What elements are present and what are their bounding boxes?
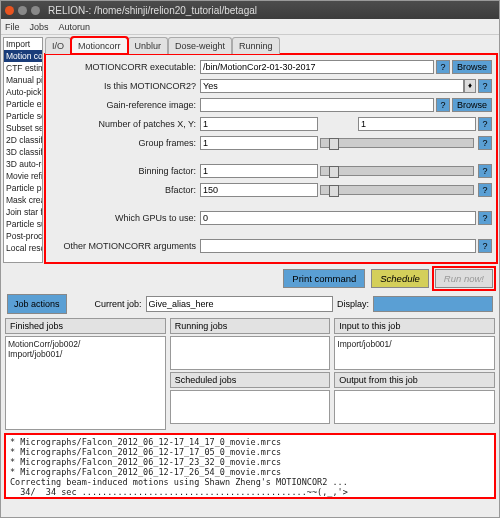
log-output: * Micrographs/Falcon_2012_06_12-17_14_17… bbox=[5, 434, 495, 498]
app-window: RELION-: /home/shinji/relion20_tutorial/… bbox=[0, 0, 500, 518]
help-icon[interactable]: ? bbox=[436, 98, 450, 112]
close-icon[interactable] bbox=[5, 6, 14, 15]
is-mc2-input[interactable] bbox=[200, 79, 464, 93]
menubar: File Jobs Autorun bbox=[1, 19, 499, 35]
alias-input[interactable] bbox=[146, 296, 333, 312]
help-icon[interactable]: ? bbox=[478, 183, 492, 197]
scheduled-jobs-label: Scheduled jobs bbox=[170, 372, 331, 388]
menu-autorun[interactable]: Autorun bbox=[59, 22, 91, 32]
main-panel: I/O Motioncorr Unblur Dose-weight Runnin… bbox=[45, 37, 497, 263]
bfac-label: Bfactor: bbox=[50, 185, 200, 195]
sidebar-item-subset-selection[interactable]: Subset selection bbox=[4, 122, 42, 134]
sidebar-item-particle-extraction[interactable]: Particle extraction bbox=[4, 98, 42, 110]
menu-file[interactable]: File bbox=[5, 22, 20, 32]
action-row: Print command Schedule Run now! bbox=[1, 265, 499, 292]
window-title: RELION-: /home/shinji/relion20_tutorial/… bbox=[48, 5, 257, 16]
bin-input[interactable] bbox=[200, 164, 318, 178]
running-jobs-list[interactable] bbox=[170, 336, 331, 370]
job-type-sidebar: Import Motion correction CTF estimation … bbox=[3, 37, 43, 263]
sidebar-item-import[interactable]: Import bbox=[4, 38, 42, 50]
browse-gain-button[interactable]: Browse bbox=[452, 98, 492, 112]
sidebar-item-movie-refine[interactable]: Movie refinement bbox=[4, 170, 42, 182]
chevron-updown-icon[interactable]: ♦ bbox=[464, 79, 476, 93]
finished-jobs-label: Finished jobs bbox=[5, 318, 166, 334]
group-label: Group frames: bbox=[50, 138, 200, 148]
maximize-icon[interactable] bbox=[31, 6, 40, 15]
group-slider[interactable] bbox=[320, 138, 474, 148]
tab-running[interactable]: Running bbox=[232, 37, 280, 54]
help-icon[interactable]: ? bbox=[478, 117, 492, 131]
bin-slider[interactable] bbox=[320, 166, 474, 176]
bfac-input[interactable] bbox=[200, 183, 318, 197]
sidebar-item-ctf[interactable]: CTF estimation bbox=[4, 62, 42, 74]
help-icon[interactable]: ? bbox=[478, 79, 492, 93]
gain-input[interactable] bbox=[200, 98, 434, 112]
patches-label: Number of patches X, Y: bbox=[50, 119, 200, 129]
run-now-button[interactable]: Run now! bbox=[435, 269, 493, 288]
menu-jobs[interactable]: Jobs bbox=[30, 22, 49, 32]
sidebar-item-local-res[interactable]: Local resolution bbox=[4, 242, 42, 254]
sidebar-item-3d-refine[interactable]: 3D auto-refine bbox=[4, 158, 42, 170]
help-icon[interactable]: ? bbox=[478, 211, 492, 225]
display-select[interactable] bbox=[373, 296, 493, 312]
sidebar-item-manual-picking[interactable]: Manual picking bbox=[4, 74, 42, 86]
other-input[interactable] bbox=[200, 239, 476, 253]
running-jobs-label: Running jobs bbox=[170, 318, 331, 334]
patches-x-input[interactable] bbox=[200, 117, 318, 131]
help-icon[interactable]: ? bbox=[478, 164, 492, 178]
scheduled-jobs-list[interactable] bbox=[170, 390, 331, 424]
content-area: Import Motion correction CTF estimation … bbox=[1, 35, 499, 265]
help-icon[interactable]: ? bbox=[478, 239, 492, 253]
gpu-label: Which GPUs to use: bbox=[50, 213, 200, 223]
output-jobs-label: Output from this job bbox=[334, 372, 495, 388]
sidebar-item-auto-picking[interactable]: Auto-picking bbox=[4, 86, 42, 98]
job-actions-button[interactable]: Job actions bbox=[7, 294, 67, 314]
form-motioncorr: MOTIONCORR executable: ? Browse Is this … bbox=[45, 54, 497, 263]
help-icon[interactable]: ? bbox=[436, 60, 450, 74]
schedule-button[interactable]: Schedule bbox=[371, 269, 429, 288]
group-input[interactable] bbox=[200, 136, 318, 150]
tab-unblur[interactable]: Unblur bbox=[128, 37, 169, 54]
job-panels: Finished jobs MotionCorr/job002/ Import/… bbox=[1, 316, 499, 432]
job-control-row: Job actions Current job: Display: bbox=[1, 292, 499, 316]
tab-bar: I/O Motioncorr Unblur Dose-weight Runnin… bbox=[45, 37, 497, 54]
input-jobs-label: Input to this job bbox=[334, 318, 495, 334]
display-label: Display: bbox=[337, 299, 369, 309]
browse-exe-button[interactable]: Browse bbox=[452, 60, 492, 74]
tab-motioncorr[interactable]: Motioncorr bbox=[71, 37, 128, 54]
sidebar-item-particle-polish[interactable]: Particle polishing bbox=[4, 182, 42, 194]
minimize-icon[interactable] bbox=[18, 6, 27, 15]
sidebar-item-motion-correction[interactable]: Motion correction bbox=[4, 50, 42, 62]
gain-label: Gain-reference image: bbox=[50, 100, 200, 110]
sidebar-item-join-star[interactable]: Join star files bbox=[4, 206, 42, 218]
input-jobs-list[interactable]: Import/job001/ bbox=[334, 336, 495, 370]
other-label: Other MOTIONCORR arguments bbox=[50, 241, 200, 251]
window-controls bbox=[5, 6, 40, 15]
titlebar: RELION-: /home/shinji/relion20_tutorial/… bbox=[1, 1, 499, 19]
help-icon[interactable]: ? bbox=[478, 136, 492, 150]
bin-label: Binning factor: bbox=[50, 166, 200, 176]
sidebar-item-postprocess[interactable]: Post-processing bbox=[4, 230, 42, 242]
tab-doseweight[interactable]: Dose-weight bbox=[168, 37, 232, 54]
sidebar-item-mask[interactable]: Mask creation bbox=[4, 194, 42, 206]
tab-io[interactable]: I/O bbox=[45, 37, 71, 54]
is-mc2-label: Is this MOTIONCOR2? bbox=[50, 81, 200, 91]
current-job-label: Current job: bbox=[95, 299, 142, 309]
output-jobs-list[interactable] bbox=[334, 390, 495, 424]
exe-input[interactable] bbox=[200, 60, 434, 74]
sidebar-item-particle-sorting[interactable]: Particle sorting bbox=[4, 110, 42, 122]
sidebar-item-particle-subtract[interactable]: Particle subtraction bbox=[4, 218, 42, 230]
exe-label: MOTIONCORR executable: bbox=[50, 62, 200, 72]
sidebar-item-2d-class[interactable]: 2D classification bbox=[4, 134, 42, 146]
finished-jobs-list[interactable]: MotionCorr/job002/ Import/job001/ bbox=[5, 336, 166, 430]
patches-y-input[interactable] bbox=[358, 117, 476, 131]
bfac-slider[interactable] bbox=[320, 185, 474, 195]
print-command-button[interactable]: Print command bbox=[283, 269, 365, 288]
sidebar-item-3d-class[interactable]: 3D classification bbox=[4, 146, 42, 158]
gpu-input[interactable] bbox=[200, 211, 476, 225]
